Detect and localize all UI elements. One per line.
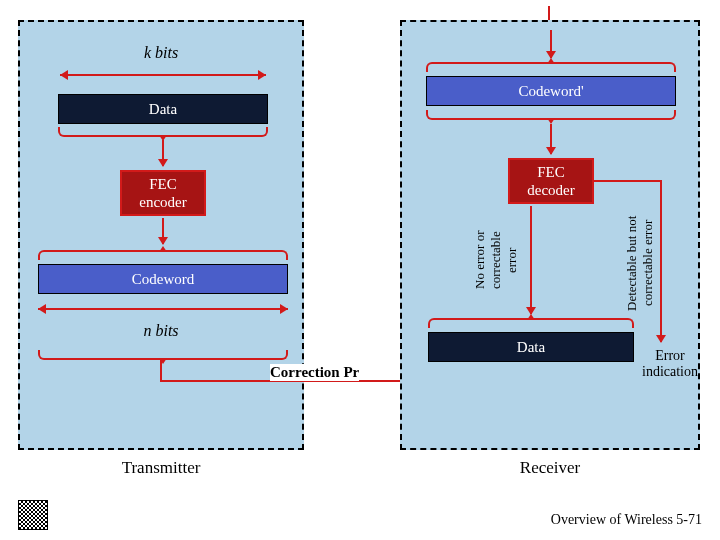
transmitter-panel: k bits Data FEC encoder Codeword n bits … (18, 20, 304, 450)
codewordp-top-brace (426, 62, 676, 72)
receiver-label: Receiver (402, 458, 698, 478)
footer-text: Overview of Wireless 5-71 (551, 512, 702, 528)
data-block: Data (58, 94, 268, 124)
codeword-block: Codeword (38, 264, 288, 294)
data-bottom-brace (58, 127, 268, 137)
k-bits-dimension (60, 74, 266, 76)
fec-encoder-block: FEC encoder (120, 170, 206, 216)
codeword-bottom-brace (38, 350, 288, 360)
arrow-data-to-encoder (162, 140, 164, 166)
qr-code-icon (18, 500, 48, 530)
arrow-decoder-to-error (660, 180, 662, 342)
no-error-label: No error or correctable error (472, 210, 512, 310)
n-bits-dimension (38, 308, 288, 310)
receiver-data-block: Data (428, 332, 634, 362)
k-bits-label: k bits (20, 44, 302, 62)
error-indication-label: Error indication (640, 348, 700, 380)
data-top-brace (428, 318, 634, 328)
arrow-in-receiver (550, 30, 552, 58)
receiver-panel: Codeword' FEC decoder No error or correc… (400, 20, 700, 450)
arrow-decoder-to-data (530, 206, 532, 314)
codewordp-bottom-brace (426, 110, 676, 120)
channel-path (160, 360, 162, 382)
decoder-right-connector (594, 180, 662, 182)
n-bits-label: n bits (20, 322, 302, 340)
codeword-top-brace (38, 250, 288, 260)
title-fragment: Correction Pr (270, 364, 359, 381)
transmitter-label: Transmitter (20, 458, 302, 478)
detectable-label: Detectable but not correctable error (624, 198, 656, 328)
fec-decoder-block: FEC decoder (508, 158, 594, 204)
arrow-encoder-to-codeword (162, 218, 164, 244)
arrow-codeword-to-decoder (550, 124, 552, 154)
codeword-prime-block: Codeword' (426, 76, 676, 106)
